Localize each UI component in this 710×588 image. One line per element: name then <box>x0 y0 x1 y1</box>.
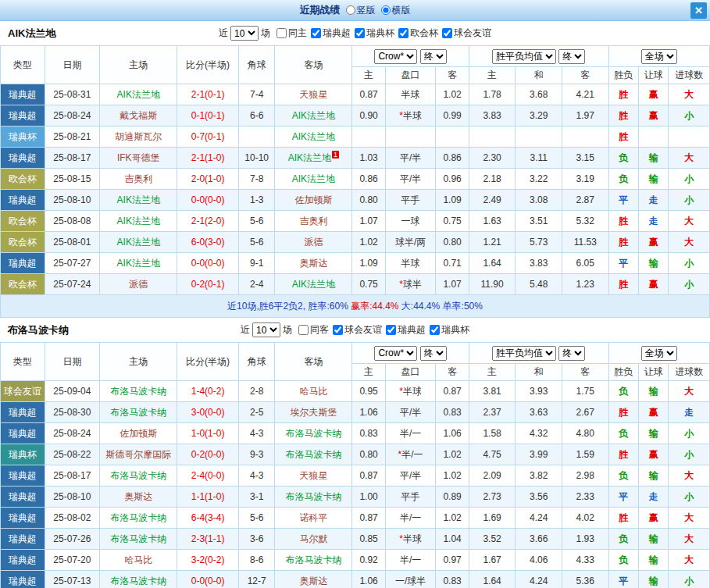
win-loss-result: 胜 <box>608 402 638 423</box>
avg-home-odds: 2.37 <box>469 402 516 423</box>
team-name: AIK法兰地 <box>8 27 55 41</box>
section-aik: AIK法兰地 近 10 场 同主瑞典超瑞典杯欧会杯球会友谊 类型 日期 主场 比… <box>0 21 710 318</box>
summary-row: 近10场,胜6平2负2, 胜率:60% 赢率:44.4% 大:44.4% 单率:… <box>1 295 710 318</box>
col-avg-draw: 和 <box>516 364 562 381</box>
radio-horizontal-layout[interactable]: 横版 <box>381 4 411 17</box>
away-team: 诺科平 <box>275 508 352 529</box>
away-team: 哈马比 <box>275 381 352 402</box>
radio-horizontal-input[interactable] <box>381 5 391 15</box>
win-loss-result: 胜 <box>608 211 638 232</box>
filter-checkbox[interactable] <box>298 325 309 335</box>
handicap-home-odds: 0.86 <box>352 169 385 190</box>
filter-同主[interactable]: 同主 <box>277 27 307 40</box>
near-label: 近 <box>219 27 228 40</box>
match-date: 25-08-01 <box>45 232 100 253</box>
filter-label: 同客 <box>310 323 329 337</box>
home-team: 佐加顿斯 <box>100 423 177 444</box>
avg-final-select[interactable]: 终 <box>558 49 585 64</box>
handicap-result: 走 <box>638 211 668 232</box>
match-row: 瑞典超25-08-17布洛马波卡纳2-4(0-0)4-3天狼星0.87平/半1.… <box>1 465 710 486</box>
full-match-select[interactable]: 全场 <box>641 49 677 64</box>
odds-company-select[interactable]: Crow* <box>374 346 417 361</box>
handicap-final-select[interactable]: 终 <box>420 346 447 361</box>
filter-checkbox[interactable] <box>386 325 396 335</box>
col-avg-home: 主 <box>469 67 516 84</box>
filter-checkbox[interactable] <box>355 28 365 38</box>
avg-away-odds: 2.98 <box>562 465 608 486</box>
goals-result: 大 <box>669 211 710 232</box>
close-icon[interactable]: ✕ <box>690 2 707 19</box>
avg-final-select[interactable]: 终 <box>558 346 585 361</box>
away-team: 天狼星 <box>275 465 352 486</box>
filter-同客[interactable]: 同客 <box>298 323 329 337</box>
avg-draw-odds: 3.82 <box>516 465 562 486</box>
avg-draw-odds: 4.32 <box>516 423 562 444</box>
avg-odds-select[interactable]: 胜平负均值 <box>492 346 556 361</box>
goals-result: 大 <box>669 84 710 105</box>
goals-result: 小 <box>669 571 710 588</box>
filter-checkbox[interactable] <box>311 28 321 38</box>
radio-vertical-layout[interactable]: 竖版 <box>346 4 376 17</box>
corner-count: 1-3 <box>238 190 274 211</box>
home-team: 吉奥利 <box>100 169 177 190</box>
filter-瑞典超[interactable]: 瑞典超 <box>386 323 426 337</box>
filter-checkbox[interactable] <box>333 325 343 335</box>
full-match-select[interactable]: 全场 <box>641 346 677 361</box>
filter-label: 球会友谊 <box>344 323 382 337</box>
games-label: 场 <box>283 323 292 337</box>
recent-count-select[interactable]: 10 <box>230 26 259 41</box>
games-label: 场 <box>261 27 270 40</box>
col-away: 客场 <box>275 46 352 84</box>
goals-result: 大 <box>669 508 710 529</box>
avg-home-odds: 2.30 <box>469 148 516 169</box>
match-row: 瑞典杯25-08-21胡迪斯瓦尔0-7(0-1)AIK法兰地胜 <box>1 127 710 148</box>
filter-瑞典杯[interactable]: 瑞典杯 <box>430 323 469 337</box>
filter-checkbox[interactable] <box>277 28 287 38</box>
filter-球会友谊[interactable]: 球会友谊 <box>442 27 491 40</box>
goals-result: 小 <box>669 274 710 295</box>
avg-draw-odds: 3.83 <box>516 253 562 274</box>
filter-球会友谊[interactable]: 球会友谊 <box>333 323 382 337</box>
match-row: 瑞典超25-07-13布洛马波卡纳0-0(0-0)12-7奥斯达1.06一/球半… <box>1 571 710 588</box>
handicap-home-odds: 1.06 <box>352 402 385 423</box>
match-date: 25-08-24 <box>45 423 100 444</box>
filter-checkbox[interactable] <box>430 325 440 335</box>
radio-vertical-input[interactable] <box>346 5 355 15</box>
avg-home-odds: 4.75 <box>469 444 516 465</box>
handicap-home-odds: 0.92 <box>352 550 385 571</box>
filter-欧会杯[interactable]: 欧会杯 <box>398 27 438 40</box>
league-badge: 瑞典超 <box>1 571 45 588</box>
handicap-final-select[interactable]: 终 <box>420 49 447 64</box>
filter-瑞典超[interactable]: 瑞典超 <box>311 27 351 40</box>
win-loss-result: 负 <box>608 465 638 486</box>
avg-away-odds: 1.97 <box>562 105 608 127</box>
league-badge: 瑞典超 <box>1 550 45 571</box>
filter-瑞典杯[interactable]: 瑞典杯 <box>355 27 394 40</box>
handicap-away-odds: 0.89 <box>436 486 469 508</box>
corner-count: 3-6 <box>238 529 274 550</box>
col-corner: 角球 <box>238 343 274 381</box>
corner-count: 4-3 <box>238 423 274 444</box>
filter-checkbox[interactable] <box>442 28 452 38</box>
avg-odds-select[interactable]: 胜平负均值 <box>492 49 556 64</box>
handicap-line: *半球 <box>385 529 436 550</box>
col-home: 主场 <box>100 46 177 84</box>
avg-home-odds: 1.64 <box>469 571 516 588</box>
handicap-result: 输 <box>638 423 668 444</box>
win-loss-result: 负 <box>608 529 638 550</box>
handicap-result: 输 <box>638 381 668 402</box>
filter-checkbox[interactable] <box>398 28 409 38</box>
score: 0-0(0-0) <box>177 571 239 588</box>
league-badge: 瑞典超 <box>1 465 45 486</box>
match-row: 瑞典超25-07-27AIK法兰地0-0(0-0)9-1奥斯达1.09半球0.7… <box>1 253 710 274</box>
handicap-home-odds: 0.75 <box>352 274 385 295</box>
recent-count-select[interactable]: 10 <box>252 323 280 337</box>
odds-company-select[interactable]: Crow* <box>374 49 417 64</box>
home-team: 布洛马波卡纳 <box>100 402 177 423</box>
home-team: 斯德哥尔摩国际 <box>100 444 177 465</box>
corner-count <box>238 127 274 148</box>
score: 2-1(2-0) <box>177 211 239 232</box>
avg-away-odds: 2.33 <box>562 486 608 508</box>
away-team: 奥斯达 <box>275 571 352 588</box>
avg-home-odds: 1.58 <box>469 423 516 444</box>
